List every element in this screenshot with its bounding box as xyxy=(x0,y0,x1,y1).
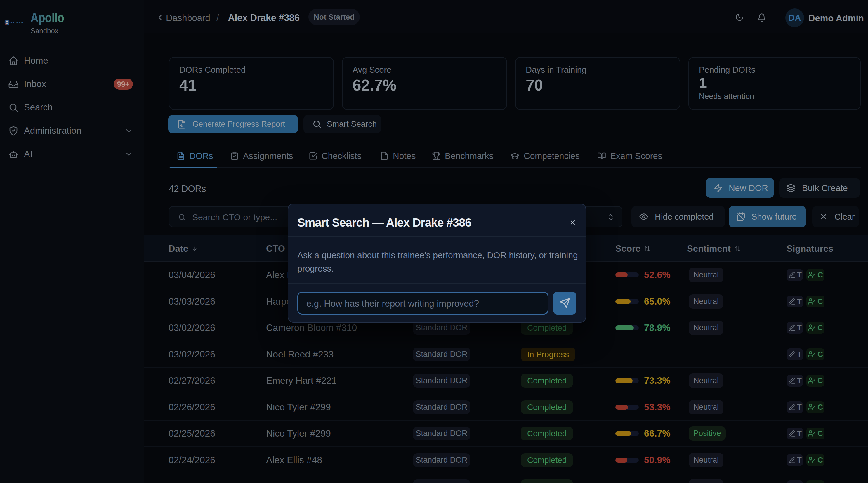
svg-text:TRAINING CONDUCTOR: TRAINING CONDUCTOR xyxy=(9,25,27,26)
svg-text:APOLLO: APOLLO xyxy=(10,21,23,24)
